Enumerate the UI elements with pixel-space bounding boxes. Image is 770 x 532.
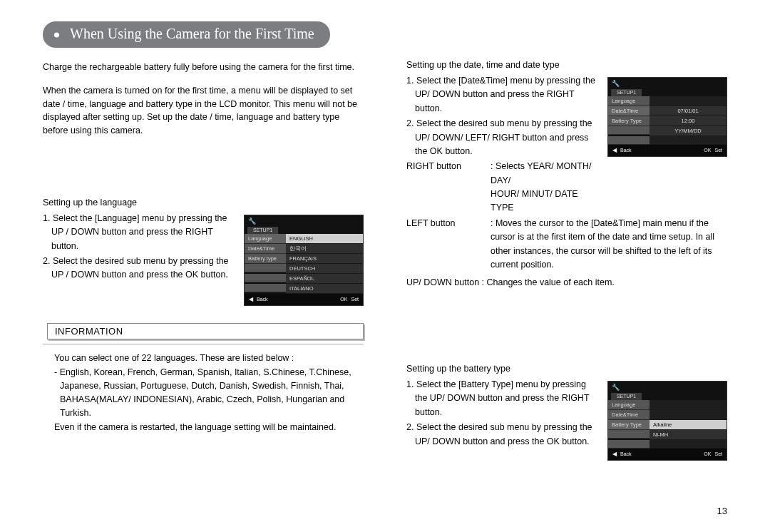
lcd-right-item: Ni-MH	[650, 430, 727, 440]
lcd-right-item: ENGLISH	[286, 234, 363, 244]
lcd-ok: OK	[704, 451, 711, 457]
datetime-heading: Setting up the date, time and date type	[406, 60, 727, 70]
lcd-left-item: Language	[245, 234, 286, 244]
page-title: When Using the Camera for the First Time	[43, 21, 330, 48]
page-number: 13	[717, 506, 727, 516]
dt-step-2: 2. Select the desired sub menu by pressi…	[406, 117, 597, 158]
lcd-left-item: Date&Time	[608, 106, 650, 116]
wrench-icon: 🔧	[608, 78, 727, 88]
lcd-right-item: Alkaline	[650, 420, 727, 430]
lcd-right-item: ESPAÑOL	[286, 274, 363, 284]
back-arrow-icon: ◀	[612, 451, 617, 458]
lcd-language: 🔧 SETUP1 LanguageENGLISH Date&Time한국어 Ba…	[244, 215, 364, 306]
lcd-left-item: Date&Time	[245, 244, 286, 254]
lang-step-2: 2. Select the desired sub menu by pressi…	[43, 255, 234, 282]
lcd-left-item: Date&Time	[608, 410, 650, 420]
lcd-set: Set	[351, 297, 359, 302]
lcd-tab: SETUP1	[611, 393, 642, 400]
back-arrow-icon: ◀	[249, 296, 253, 303]
back-arrow-icon: ◀	[612, 147, 617, 154]
lcd-ok: OK	[704, 148, 711, 153]
lcd-ok: OK	[340, 297, 347, 302]
left-button-desc: : Moves the cursor to the [Date&Time] ma…	[491, 217, 727, 272]
left-button-label: LEFT button	[406, 217, 491, 272]
wrench-icon: 🔧	[245, 215, 363, 225]
lcd-right-item: 한국어	[286, 244, 363, 254]
lcd-left-item: Battery Type	[608, 116, 650, 126]
bat-step-2: 2. Select the desired sub menu by pressi…	[406, 421, 597, 449]
lcd-left-item: Language	[608, 96, 650, 106]
info-line-2: - English, Korean, French, German, Spani…	[54, 366, 364, 419]
info-line-3: Even if the camera is restarted, the lan…	[54, 421, 364, 434]
right-button-desc-2: HOUR/ MINUT/ DATE TYPE	[406, 188, 597, 215]
lcd-left-item: Language	[608, 400, 650, 410]
lcd-left-item: Battery Type	[608, 420, 650, 430]
lcd-battery: 🔧 SETUP1 Language Date&Time Battery Type…	[607, 381, 727, 461]
lcd-datetime: 🔧 SETUP1 Language Date&Time07/01/01 Batt…	[607, 77, 727, 157]
intro-paragraph-2: When the camera is turned on for the fir…	[43, 84, 364, 138]
lcd-right-item: 12:00	[650, 116, 727, 126]
lcd-right-item: DEUTSCH	[286, 264, 363, 274]
lcd-right-item: ITALIANO	[286, 284, 363, 294]
bat-step-1: 1. Select the [Battery Type] menu by pre…	[406, 378, 597, 419]
right-button-desc: : Selects YEAR/ MONTH/ DAY/	[491, 160, 597, 188]
lcd-tab: SETUP1	[247, 227, 278, 234]
dt-step-1: 1. Select the [Date&Time] menu by pressi…	[406, 74, 597, 116]
lcd-right-item: FRANÇAIS	[286, 254, 363, 264]
wrench-icon: 🔧	[608, 382, 727, 392]
lcd-left-item: Battery type	[245, 254, 286, 264]
info-body: You can select one of 22 languages. Thes…	[43, 352, 364, 436]
lang-heading: Setting up the language	[43, 198, 364, 208]
lcd-right-item: YY/MM/DD	[650, 126, 727, 136]
lcd-back: Back	[257, 297, 268, 302]
updown-desc: UP/ DOWN button : Changes the value of e…	[406, 276, 727, 290]
lcd-tab: SETUP1	[611, 89, 642, 96]
battery-heading: Setting up the battery type	[406, 364, 727, 374]
info-line-1: You can select one of 22 languages. Thes…	[54, 352, 364, 365]
right-button-label: RIGHT button	[406, 160, 491, 188]
info-heading: INFORMATION	[47, 323, 364, 339]
intro-paragraph-1: Charge the rechargeable battery fully be…	[43, 61, 364, 74]
lcd-right-item: 07/01/01	[650, 106, 727, 116]
lcd-back: Back	[620, 148, 632, 153]
lang-step-1: 1. Select the [Language] menu by pressin…	[43, 212, 234, 253]
lcd-set: Set	[714, 451, 722, 457]
divider	[43, 344, 364, 344]
lcd-back: Back	[620, 451, 632, 457]
lcd-set: Set	[714, 148, 722, 153]
